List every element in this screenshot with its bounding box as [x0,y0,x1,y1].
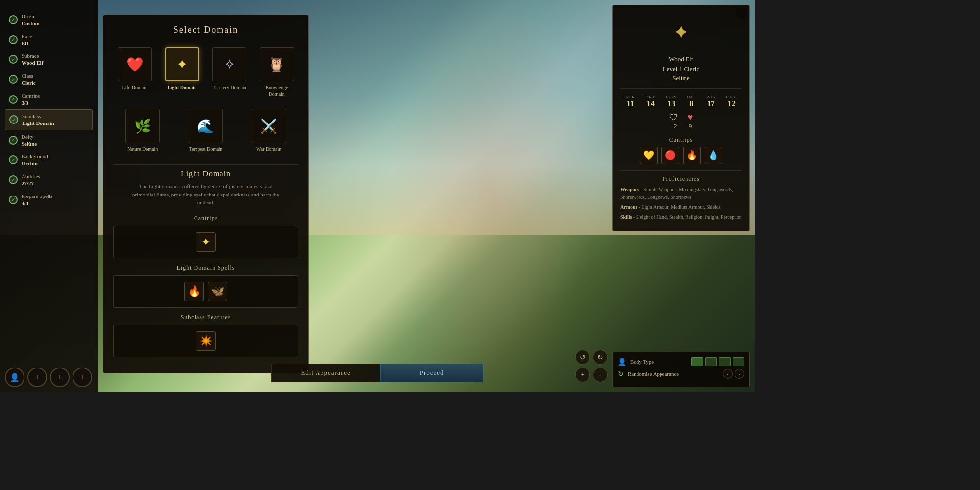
cantrip-icon-1[interactable]: ✦ [196,232,216,252]
knowledge-domain-icon: 🦉 [260,47,294,81]
nav-arrows: ‹ › [723,369,744,379]
stat-wis: WIS 17 [706,95,716,108]
hp-stat: ♥ 9 [688,112,693,130]
spell-icon-2[interactable]: 🦋 [208,282,227,301]
character-info-panel: ✦ Wood Elf Level 1 Cleric Selûne STR 11 … [612,5,750,231]
feature-icon-1[interactable]: ✴️ [196,331,216,351]
character-deity: Selûne [620,74,742,83]
sidebar-label-abilities: Abilities27/27 [22,173,40,187]
zoom-in-icon[interactable]: + [575,368,590,382]
domain-grid-row1: ❤️ Life Domain ✦ Light Domain ✧ Trickery… [113,45,298,99]
war-domain-label: War Domain [256,146,281,152]
body-type-c[interactable] [719,357,731,366]
sidebar-check-prepare_spells: ✓ [9,196,18,204]
body-type-a[interactable] [691,357,703,366]
sidebar-check-subclass: ✓ [9,115,18,124]
rotate-right-icon[interactable]: ↻ [593,350,608,365]
sidebar-label-race: RaceElf [22,33,32,47]
cantrip-spell-1[interactable]: 💛 [640,147,658,164]
cantrips-section-title: Cantrips [620,136,742,144]
domain-item-knowledge[interactable]: 🦉 Knowledge Domain [255,45,299,99]
sidebar-bottom: 👤 + + + [0,368,98,387]
cantrips-section-label: Cantrips [113,215,298,222]
body-type-b[interactable] [705,357,717,366]
body-type-buttons [691,357,744,366]
zoom-out-icon[interactable]: - [593,368,608,382]
nature-domain-icon: 🌿 [125,109,160,143]
sidebar-check-deity: ✓ [9,136,18,145]
sidebar-check-cantrips: ✓ [9,95,18,104]
sidebar-item-class[interactable]: ✓ ClassCleric [5,70,93,90]
cantrip-spell-2[interactable]: 🔴 [662,147,679,164]
body-type-d[interactable] [733,357,744,366]
combat-stats-row: 🛡 +2 ♥ 9 [620,112,742,130]
nature-domain-label: Nature Domain [127,146,158,152]
cantrip-spell-4[interactable]: 💧 [705,147,722,164]
domain-item-tempest[interactable]: 🌊 Tempest Domain [176,107,236,154]
sidebar-item-deity[interactable]: ✓ DeitySelûne [5,130,93,150]
sidebar-item-cantrips[interactable]: ✓ Cantrips3/3 [5,89,93,109]
domain-item-light[interactable]: ✦ Light Domain [161,45,204,99]
domain-item-trickery[interactable]: ✧ Trickery Domain [208,45,251,99]
add-btn-2[interactable]: + [50,368,70,387]
sidebar-item-race[interactable]: ✓ RaceElf [5,30,93,50]
profile-icon-btn[interactable]: 👤 [5,368,24,387]
body-type-label: Body Type [630,359,687,365]
character-info-name: Wood Elf Level 1 Cleric Selûne [620,54,742,83]
divider-1 [113,164,298,165]
next-arrow[interactable]: › [735,369,744,379]
sidebar-label-subrace: SubraceWood Elf [22,52,43,67]
sidebar-item-subclass[interactable]: ✓ SubclassLight Domain [5,109,93,130]
ac-stat: 🛡 +2 [669,112,678,130]
stat-str: STR 11 [625,95,635,108]
sidebar-item-abilities[interactable]: ✓ Abilities27/27 [5,170,93,190]
domain-item-war[interactable]: ⚔️ War Domain [239,107,298,154]
sidebar-check-abilities: ✓ [9,175,18,184]
features-section-label: Subclass Features [113,314,298,321]
proceed-button[interactable]: Proceed [380,364,484,382]
camera-icons: ↺ ↻ + - [575,350,608,382]
cantrips-icons-row: 💛 🔴 🔥 💧 [620,147,742,164]
trickery-domain-label: Trickery Domain [213,84,246,91]
sidebar-label-deity: DeitySelûne [22,133,37,147]
life-domain-icon: ❤️ [118,47,152,81]
deity-symbol-icon: ✦ [664,15,698,49]
spell-icon-1[interactable]: 🔥 [184,282,204,301]
selected-domain-desc: The Light domain is offered by deities o… [132,182,279,207]
sidebar: ✓ OriginCustom ✓ RaceElf ✓ SubraceWood E… [0,0,98,392]
sidebar-label-origin: OriginCustom [22,13,40,27]
cantrips-box: ✦ [113,226,298,258]
life-domain-label: Life Domain [122,84,147,91]
domain-item-nature[interactable]: 🌿 Nature Domain [113,107,172,154]
sidebar-item-origin[interactable]: ✓ OriginCustom [5,10,93,30]
domain-grid-row2: 🌿 Nature Domain 🌊 Tempest Domain ⚔️ War … [113,107,298,154]
edit-appearance-button[interactable]: Edit Appearance [271,364,380,382]
sidebar-check-background: ✓ [9,155,18,164]
war-domain-icon: ⚔️ [252,109,286,143]
sidebar-item-subrace[interactable]: ✓ SubraceWood Elf [5,49,93,70]
character-race: Wood Elf [620,54,742,64]
tempest-domain-label: Tempest Domain [189,146,222,152]
sidebar-label-prepare_spells: Prepare Spells4/4 [22,193,52,207]
light-domain-label: Light Domain [168,84,197,91]
randomise-label: Randomise Appearance [628,371,719,377]
spells-box: 🔥 🦋 [113,275,298,308]
stat-dex: DEX 14 [645,95,656,108]
add-btn-3[interactable]: + [73,368,92,387]
appearance-panel: 👤 Body Type ↻ Randomise Appearance ‹ › [612,352,750,387]
sidebar-item-background[interactable]: ✓ BackgroundUrchin [5,150,93,170]
add-btn-1[interactable]: + [27,368,47,387]
sidebar-label-background: BackgroundUrchin [22,153,48,167]
stat-int: INT 8 [687,95,696,108]
bottom-bar: Edit Appearance Proceed [271,364,483,382]
cantrip-spell-3[interactable]: 🔥 [683,147,701,164]
character-level-class: Level 1 Cleric [620,64,742,74]
stat-con: CON 13 [666,95,677,108]
trickery-domain-icon: ✧ [212,47,246,81]
sidebar-label-cantrips: Cantrips3/3 [22,92,40,106]
sidebar-item-prepare_spells[interactable]: ✓ Prepare Spells4/4 [5,190,93,210]
prev-arrow[interactable]: ‹ [723,369,733,379]
stat-cha: CHA 12 [726,95,737,108]
rotate-left-icon[interactable]: ↺ [575,350,590,365]
domain-item-life[interactable]: ❤️ Life Domain [113,45,157,99]
